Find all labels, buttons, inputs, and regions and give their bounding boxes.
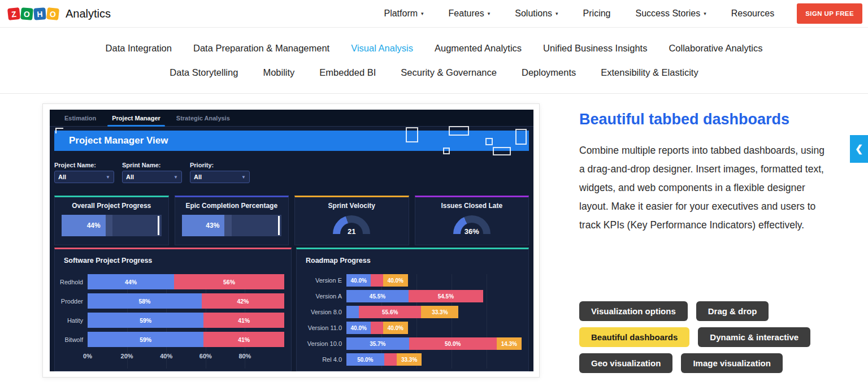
- bar-segment: 50.0%: [346, 353, 384, 366]
- filter-value: All: [126, 174, 173, 180]
- bar-segment-pink-segment: 41%: [203, 332, 284, 347]
- subnav-item-deployments[interactable]: Deployments: [522, 67, 576, 78]
- chevron-down-icon: ▾: [421, 11, 424, 16]
- subnav-item-extensibility-elasticity[interactable]: Extensibility & Elasticity: [601, 67, 698, 78]
- decor-square: [493, 147, 511, 155]
- subnav-item-augmented-analytics[interactable]: Augmented Analytics: [435, 43, 522, 54]
- bar-row-version-10-0: Version 10.035.7%50.0%14.3%: [300, 337, 522, 350]
- tag-image-visualization[interactable]: Image visualization: [681, 353, 783, 373]
- kpi-card-sprint-velocity: Sprint Velocity21: [294, 196, 409, 245]
- dashboard-title: Project Manager View: [69, 135, 168, 146]
- subnav-item-data-preparation-management[interactable]: Data Preparation & Management: [193, 43, 329, 54]
- dashboard-filters: Project Name:All▼Sprint Name:All▼Priorit…: [54, 162, 250, 183]
- filter-label: Priority:: [190, 162, 250, 168]
- filter-dropdown[interactable]: All▼: [122, 171, 182, 183]
- bar-segment: 50.0%: [409, 337, 497, 350]
- feature-tags: Visualization optionsDrag & dropBeautifu…: [579, 301, 845, 379]
- x-axis-tick: 0%: [83, 353, 92, 359]
- bar-segment: 40.0%: [383, 322, 407, 334]
- signup-button[interactable]: SIGN UP FREE: [797, 3, 862, 24]
- filter-label: Sprint Name:: [122, 162, 182, 168]
- x-axis: 0%20%40%60%80%: [88, 350, 284, 362]
- bar-segment: 33.3%: [397, 353, 422, 366]
- bar-track: 40.0%40.0%: [346, 322, 408, 334]
- tag-visualization-options[interactable]: Visualization options: [579, 301, 688, 321]
- bullet-band: [224, 215, 231, 236]
- bar-segment-blue-segment: 44%: [88, 274, 174, 289]
- top-header: ZOHO Analytics Platform▾Features▾Solutio…: [0, 0, 868, 28]
- kpi-title: Epic Completion Percentage: [175, 202, 289, 210]
- main-nav: Platform▾Features▾Solutions▾PricingSucce…: [384, 8, 774, 19]
- subnav-item-collaborative-analytics[interactable]: Collaborative Analytics: [669, 43, 762, 54]
- subnav-item-mobility[interactable]: Mobility: [263, 67, 294, 78]
- bullet-fill: 44%: [62, 215, 106, 236]
- nav-item-features[interactable]: Features▾: [449, 8, 491, 19]
- subnav-item-security-governance[interactable]: Security & Governance: [401, 67, 497, 78]
- bar-segment: [384, 353, 397, 366]
- x-axis-tick: 40%: [160, 353, 172, 359]
- subnav-item-unified-business-insights[interactable]: Unified Business Insights: [543, 43, 647, 54]
- bar-track: 44%56%: [88, 274, 284, 289]
- bar-segment-blue-segment: 59%: [88, 313, 203, 328]
- charts-row: Software Project Progress Redhold44%56%P…: [54, 248, 529, 371]
- bar-segment-pink-segment: 56%: [174, 274, 284, 289]
- subnav-item-data-integration[interactable]: Data Integration: [106, 43, 172, 54]
- bar-segment: 45.5%: [346, 290, 409, 302]
- tag-geo-visualization[interactable]: Geo visualization: [579, 353, 672, 373]
- dashboard: EstimationProject ManagerStrategic Analy…: [50, 110, 533, 371]
- page: ZOHO Analytics Platform▾Features▾Solutio…: [0, 0, 868, 390]
- bar-category-label: Prodder: [58, 298, 88, 305]
- kpi-value: 36%: [453, 227, 491, 236]
- bar-row-version-11-0: Version 11.040.0%40.0%: [300, 322, 522, 334]
- bar-row-version-a: Version A45.5%54.5%: [300, 290, 522, 302]
- bar-category-label: Version 10.0: [300, 340, 346, 347]
- subnav-row-2: Data StorytellingMobilityEmbedded BISecu…: [0, 67, 868, 78]
- subnav-item-data-storytelling[interactable]: Data Storytelling: [170, 67, 238, 78]
- kpi-card-epic-completion-percentage: Epic Completion Percentage43%: [175, 196, 289, 245]
- dashboard-tabbar: EstimationProject ManagerStrategic Analy…: [50, 110, 533, 127]
- nav-item-platform[interactable]: Platform▾: [384, 8, 423, 19]
- bar-zone: 55.6%33.3%: [346, 306, 522, 318]
- tag-row: Beautiful dashboardsDynamic & interactiv…: [579, 327, 845, 347]
- nav-item-solutions[interactable]: Solutions▾: [515, 8, 558, 19]
- bar-segment: 33.3%: [421, 306, 458, 318]
- kpi-title: Sprint Velocity: [295, 202, 409, 210]
- nav-item-resources[interactable]: Resources: [731, 8, 774, 19]
- chevron-down-icon: ▾: [488, 11, 491, 16]
- decor-corner: [55, 128, 63, 133]
- bar-segment: 40.0%: [346, 274, 371, 287]
- kpi-bullet-bar: 44%: [62, 215, 162, 236]
- bullet-band: [106, 215, 112, 236]
- filter-value: All: [58, 174, 106, 180]
- filter-dropdown[interactable]: All▼: [54, 171, 114, 183]
- dashboard-tab-estimation[interactable]: Estimation: [57, 110, 104, 126]
- bar-segment: [371, 322, 383, 334]
- decor-square: [515, 129, 527, 145]
- bar-row-redhold: Redhold44%56%: [58, 274, 284, 289]
- bar-segment: [371, 274, 383, 287]
- bar-row-prodder: Prodder58%42%: [58, 293, 284, 309]
- tag-drag-drop[interactable]: Drag & drop: [696, 301, 769, 321]
- kpi-value: 43%: [206, 222, 224, 229]
- bullet-fill: 43%: [182, 215, 225, 236]
- carousel-prev-button[interactable]: ❮: [850, 135, 868, 163]
- tag-dynamic-interactive[interactable]: Dynamic & interactive: [698, 327, 810, 347]
- zoho-logo[interactable]: ZOHO: [8, 8, 59, 20]
- dashboard-tab-project-manager[interactable]: Project Manager: [104, 110, 168, 126]
- subnav-item-embedded-bi[interactable]: Embedded BI: [319, 67, 376, 78]
- bar-category-label: Version E: [300, 277, 346, 284]
- nav-item-pricing[interactable]: Pricing: [583, 8, 611, 19]
- nav-item-success-stories[interactable]: Success Stories▾: [636, 8, 706, 19]
- bar-segment: 40.0%: [346, 322, 371, 334]
- bar-row-rel-4-0: Rel 4.050.0%33.3%: [300, 353, 522, 366]
- logo-letter-o: O: [46, 7, 59, 20]
- filter-label: Project Name:: [54, 162, 114, 168]
- filter-dropdown[interactable]: All▼: [190, 171, 250, 183]
- bar-track: 40.0%40.0%: [346, 274, 408, 287]
- subnav-row-1: Data IntegrationData Preparation & Manag…: [0, 43, 868, 54]
- kpi-title: Overall Project Progress: [55, 202, 168, 210]
- feature-heading: Beautiful tabbed dashboards: [579, 111, 834, 128]
- tag-beautiful-dashboards[interactable]: Beautiful dashboards: [579, 327, 689, 347]
- subnav-item-visual-analysis[interactable]: Visual Analysis: [351, 43, 413, 54]
- dashboard-tab-strategic-analysis[interactable]: Strategic Analysis: [168, 110, 238, 126]
